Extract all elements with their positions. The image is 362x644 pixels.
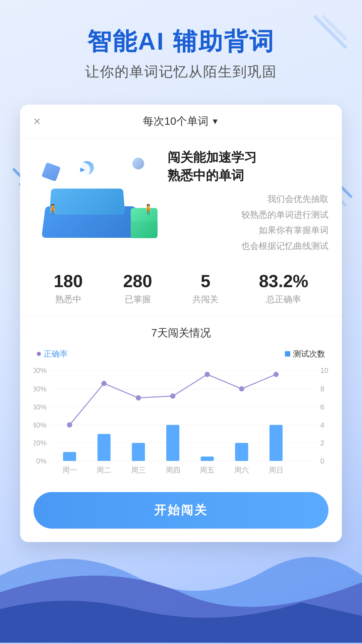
chart-section: 7天闯关情况 正确率 测试次数 100% 80% 60% 40% 20% 0% [20, 316, 342, 485]
hero-desc-line4: 也会根据记忆曲线测试 [168, 238, 328, 254]
svg-rect-20 [63, 452, 76, 461]
svg-text:周五: 周五 [200, 466, 215, 474]
svg-point-28 [101, 381, 107, 386]
svg-rect-25 [235, 443, 248, 461]
svg-text:40%: 40% [34, 421, 47, 429]
stat-levels: 5 共闯关 [192, 271, 219, 305]
legend-tests: 测试次数 [285, 348, 325, 359]
svg-rect-21 [98, 434, 111, 461]
svg-point-31 [204, 372, 210, 377]
legend-tests-dot [285, 351, 290, 357]
stat-familiar: 180 熟悉中 [54, 271, 83, 305]
hero-desc-line1: 我们会优先抽取 [168, 191, 328, 207]
session-dropdown-arrow[interactable]: ▼ [211, 117, 219, 126]
legend-accuracy-dot [37, 352, 41, 356]
stat-levels-value: 5 [192, 271, 219, 291]
hero-text: 闯关能加速学习 熟悉中的单词 我们会优先抽取 较熟悉的单词进行测试 如果你有掌握… [168, 149, 328, 254]
svg-rect-24 [201, 457, 214, 461]
svg-point-32 [239, 386, 244, 392]
svg-text:0%: 0% [36, 457, 47, 465]
stat-accuracy-value: 83.2% [259, 271, 308, 291]
stat-mastered-label: 已掌握 [123, 293, 152, 305]
svg-text:8: 8 [320, 385, 324, 393]
iso-play-button: ▶ [74, 162, 90, 176]
hero-desc-line3: 如果你有掌握单词 [168, 222, 328, 238]
chart-legend: 正确率 测试次数 [34, 348, 328, 359]
svg-text:0: 0 [320, 457, 324, 465]
main-card: × 每次10个单词 ▼ ▶ 🧍 🧍 闯关能加速学习 熟悉中的单词 我们会优 [20, 105, 342, 542]
subtitle: 让你的单词记忆从陌生到巩固 [20, 62, 342, 81]
header-section: 智能AI 辅助背词 让你的单词记忆从陌生到巩固 [0, 0, 362, 95]
iso-top-platform: ▶ [49, 189, 125, 215]
svg-text:10: 10 [320, 367, 328, 375]
main-title-text: 智能AI 辅助背词 [87, 28, 275, 55]
svg-text:周六: 周六 [234, 466, 249, 474]
chart-svg: 100% 80% 60% 40% 20% 0% 10 8 6 4 2 0 [34, 365, 328, 479]
hero-illustration: ▶ 🧍 🧍 [34, 154, 161, 248]
svg-point-29 [136, 395, 141, 401]
iso-block [42, 162, 61, 182]
svg-text:80%: 80% [34, 385, 47, 393]
svg-rect-22 [132, 443, 145, 461]
hero-section: ▶ 🧍 🧍 闯关能加速学习 熟悉中的单词 我们会优先抽取 较熟悉的单词进行测试 … [20, 139, 342, 264]
legend-accuracy: 正确率 [37, 348, 68, 359]
svg-text:周三: 周三 [131, 466, 146, 474]
svg-point-33 [274, 372, 279, 377]
svg-text:周一: 周一 [62, 466, 77, 474]
svg-text:6: 6 [320, 403, 324, 411]
hero-description: 我们会优先抽取 较熟悉的单词进行测试 如果你有掌握单词 也会根据记忆曲线测试 [168, 191, 328, 254]
stat-mastered: 280 已掌握 [123, 271, 152, 305]
main-title: 智能AI 辅助背词 [20, 27, 342, 56]
svg-rect-23 [166, 425, 179, 461]
hero-desc-line2: 较熟悉的单词进行测试 [168, 207, 328, 223]
svg-text:周二: 周二 [97, 466, 111, 474]
svg-point-30 [170, 393, 176, 399]
svg-text:周四: 周四 [166, 466, 180, 474]
stats-row: 180 熟悉中 280 已掌握 5 共闯关 83.2% 总正确率 [20, 264, 342, 316]
svg-point-27 [67, 422, 72, 428]
svg-text:周日: 周日 [269, 466, 284, 474]
iso-figure2: 🧍 [142, 204, 154, 215]
hero-main-title: 闯关能加速学习 熟悉中的单词 [168, 149, 328, 184]
card-header: × 每次10个单词 ▼ [20, 105, 342, 139]
stat-levels-label: 共闯关 [192, 293, 219, 305]
chart-container: 100% 80% 60% 40% 20% 0% 10 8 6 4 2 0 [34, 365, 328, 479]
stat-familiar-label: 熟悉中 [54, 293, 83, 305]
legend-accuracy-label: 正确率 [44, 348, 68, 359]
legend-tests-label: 测试次数 [293, 348, 325, 359]
stat-accuracy: 83.2% 总正确率 [259, 271, 308, 305]
close-button[interactable]: × [34, 115, 41, 127]
svg-text:4: 4 [320, 421, 324, 429]
stat-accuracy-label: 总正确率 [259, 293, 308, 305]
session-label: 每次10个单词 [143, 114, 208, 129]
chart-title: 7天闯关情况 [34, 326, 328, 340]
hero-title-line2: 熟悉中的单词 [168, 168, 244, 182]
iso-ball2 [132, 158, 144, 169]
svg-text:100%: 100% [34, 367, 47, 375]
iso-figure1: 🧍 [47, 204, 59, 215]
svg-text:2: 2 [320, 439, 324, 447]
svg-rect-26 [269, 425, 283, 461]
start-button[interactable]: 开始闯关 [34, 492, 328, 529]
stat-familiar-value: 180 [54, 271, 83, 291]
stat-mastered-value: 280 [123, 271, 152, 291]
svg-text:60%: 60% [34, 403, 47, 411]
svg-text:20%: 20% [34, 439, 47, 447]
hero-title-line1: 闯关能加速学习 [168, 150, 257, 164]
